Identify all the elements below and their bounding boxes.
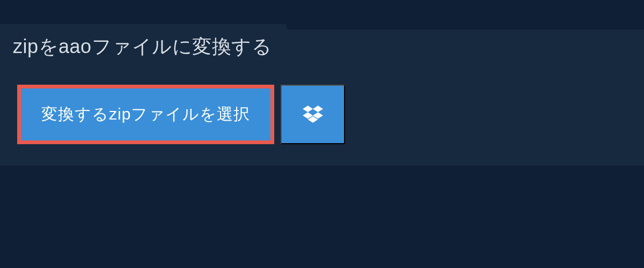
heading-container: zipをaaoファイルに変換する [0, 24, 287, 70]
converter-panel: zipをaaoファイルに変換する 変換するzipファイルを選択 [0, 29, 644, 166]
dropbox-icon [303, 106, 323, 124]
select-file-button[interactable]: 変換するzipファイルを選択 [17, 85, 274, 144]
dropbox-button[interactable] [281, 85, 345, 144]
page-title: zipをaaoファイルに変換する [13, 34, 272, 60]
button-row: 変換するzipファイルを選択 [17, 85, 644, 144]
